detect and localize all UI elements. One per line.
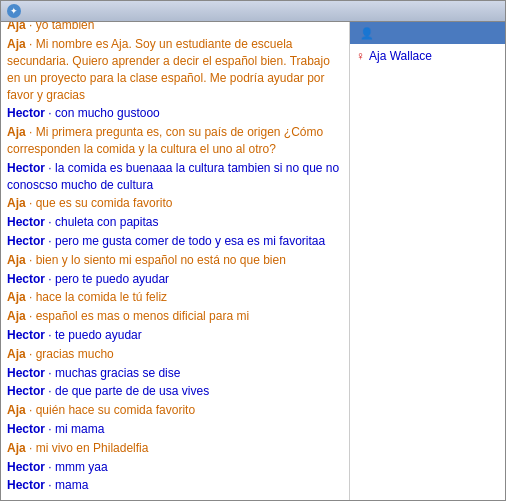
message-text: · hace la comida le tú feliz	[26, 290, 167, 304]
titlebar-left: ✦	[7, 4, 21, 18]
message-sender: Hector	[7, 106, 45, 120]
message-sender: Aja	[7, 309, 26, 323]
message-sender: Aja	[7, 22, 26, 32]
message-text: · mama	[45, 478, 88, 492]
chat-messages[interactable]: Hector · holaAja · Hola. Qué talHector ·…	[1, 22, 349, 500]
message-sender: Hector	[7, 328, 45, 342]
message-sender: Hector	[7, 460, 45, 474]
message-line: Hector · pero te puedo ayudar	[7, 271, 343, 288]
message-text: · chuleta con papitas	[45, 215, 158, 229]
message-text: · mmm yaa	[45, 460, 108, 474]
chat-window: ✦ Hector · holaAja · Hola. Qué talHector…	[0, 0, 506, 501]
message-sender: Hector	[7, 366, 45, 380]
message-line: Hector · con mucho gustooo	[7, 105, 343, 122]
message-line: Hector · pero me gusta comer de todo y e…	[7, 233, 343, 250]
message-sender: Hector	[7, 422, 45, 436]
message-sender: Aja	[7, 441, 26, 455]
message-text: · bien y lo siento mi español no está no…	[26, 253, 286, 267]
message-line: Aja · español es mas o menos dificial pa…	[7, 308, 343, 325]
sidebar-members-icon: 👤	[360, 27, 374, 40]
message-text: · español es mas o menos dificial para m…	[26, 309, 249, 323]
member-gender-icon: ♀	[356, 49, 365, 63]
member-item[interactable]: ♀Aja Wallace	[356, 48, 499, 64]
message-text: · pero me gusta comer de todo y esa es m…	[45, 234, 325, 248]
window-icon: ✦	[7, 4, 21, 18]
message-text: · con mucho gustooo	[45, 106, 160, 120]
titlebar: ✦	[1, 1, 505, 22]
message-line: Hector · mmm yaa	[7, 459, 343, 476]
message-line: Hector · muchas gracias se dise	[7, 365, 343, 382]
message-text: · Mi nombre es Aja. Soy un estudiante de…	[7, 37, 330, 101]
message-sender: Aja	[7, 347, 26, 361]
message-line: Aja · Mi primera pregunta es, con su paí…	[7, 124, 343, 158]
message-text: · pero te puedo ayudar	[45, 272, 169, 286]
message-line: Aja · mi vivo en Philadelfia	[7, 440, 343, 457]
message-text: · mi vivo en Philadelfia	[26, 441, 149, 455]
message-sender: Aja	[7, 196, 26, 210]
message-sender: Hector	[7, 215, 45, 229]
main-area: Hector · holaAja · Hola. Qué talHector ·…	[1, 22, 505, 500]
message-line: Aja · que es su comida favorito	[7, 195, 343, 212]
message-line: Hector · de que parte de de usa vives	[7, 383, 343, 400]
message-text: · Mi primera pregunta es, con su país de…	[7, 125, 323, 156]
message-text: · mi mama	[45, 422, 104, 436]
message-line: Hector · mama	[7, 477, 343, 494]
message-line: Aja · bien y lo siento mi español no est…	[7, 252, 343, 269]
message-sender: Hector	[7, 478, 45, 492]
message-sender: Aja	[7, 253, 26, 267]
message-text: · yo tambien	[26, 22, 95, 32]
message-sender: Hector	[7, 161, 45, 175]
sidebar: 👤 ♀Aja Wallace	[350, 22, 505, 500]
message-sender: Aja	[7, 403, 26, 417]
message-line: Aja · quién hace su comida favorito	[7, 402, 343, 419]
sidebar-header: 👤	[350, 22, 505, 44]
message-text: · quién hace su comida favorito	[26, 403, 195, 417]
sidebar-members-list: ♀Aja Wallace	[350, 44, 505, 500]
message-sender: Aja	[7, 125, 26, 139]
chat-area: Hector · holaAja · Hola. Qué talHector ·…	[1, 22, 350, 500]
message-text: · que es su comida favorito	[26, 196, 173, 210]
message-line: Aja · Mi nombre es Aja. Soy un estudiant…	[7, 36, 343, 103]
message-line: Aja · gracias mucho	[7, 346, 343, 363]
message-line: Hector · la comida es buenaaa la cultura…	[7, 160, 343, 194]
message-sender: Aja	[7, 290, 26, 304]
message-sender: Hector	[7, 272, 45, 286]
message-line: Hector · chuleta con papitas	[7, 214, 343, 231]
message-text: · la comida es buenaaa la cultura tambie…	[7, 161, 339, 192]
message-line: Hector · mi mama	[7, 421, 343, 438]
message-sender: Hector	[7, 384, 45, 398]
message-line: Aja · hace la comida le tú feliz	[7, 289, 343, 306]
message-text: · de que parte de de usa vives	[45, 384, 209, 398]
message-line: Hector · te puedo ayudar	[7, 327, 343, 344]
message-text: · muchas gracias se dise	[45, 366, 180, 380]
message-text: · gracias mucho	[26, 347, 114, 361]
message-text: · te puedo ayudar	[45, 328, 142, 342]
message-sender: Hector	[7, 234, 45, 248]
message-line: Aja · yo tambien	[7, 22, 343, 34]
message-sender: Aja	[7, 37, 26, 51]
member-name: Aja Wallace	[369, 49, 432, 63]
